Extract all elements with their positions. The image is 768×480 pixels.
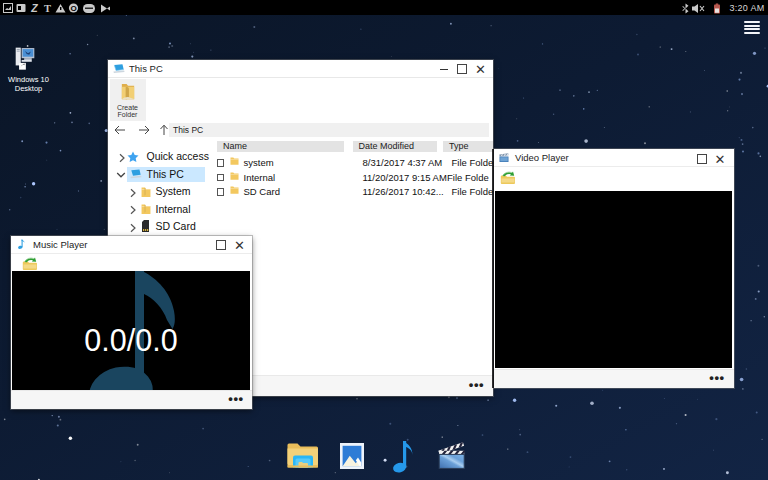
svg-text:T: T xyxy=(44,3,51,14)
svg-text:O: O xyxy=(70,4,76,13)
svg-text:Z: Z xyxy=(30,3,38,14)
